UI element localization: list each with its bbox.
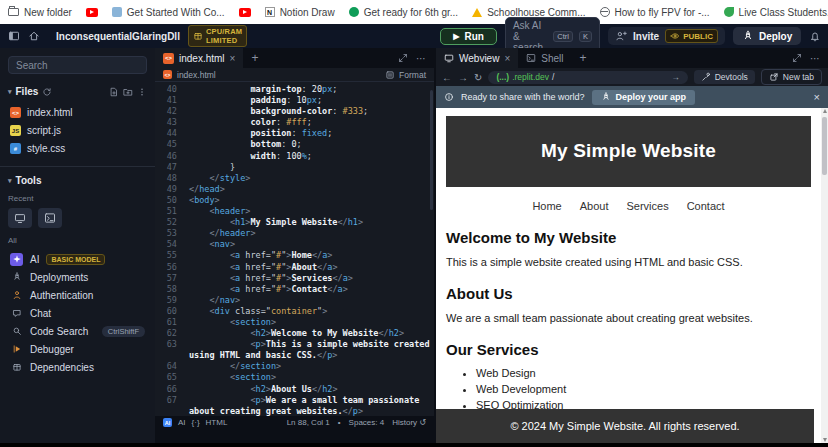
reload-icon[interactable]: ↻	[474, 72, 482, 83]
new-tab-button[interactable]: +	[243, 51, 266, 65]
webview-nav-bar: ← → ↻ (...) .replit.dev / → Devtools New…	[436, 68, 828, 86]
tab-webview[interactable]: Webview ×	[436, 48, 518, 68]
history-button[interactable]: History ↺	[392, 418, 426, 427]
line-number: 62	[155, 328, 177, 339]
tool-item-chat[interactable]: Chat	[8, 304, 147, 322]
close-banner-icon[interactable]: ×	[814, 91, 820, 103]
new-file-icon[interactable]	[109, 87, 119, 97]
scroll-down-arrow-icon[interactable]	[823, 438, 827, 442]
file-item-index-html[interactable]: <>index.html	[8, 105, 147, 120]
cursor-position[interactable]: Ln 88, Col 1	[287, 418, 330, 427]
close-tab-icon[interactable]: ×	[504, 53, 510, 64]
sync-icon	[42, 87, 52, 97]
external-link-icon	[769, 72, 779, 82]
code-editor[interactable]: 4041424344454647484950515253545556575859…	[155, 82, 434, 416]
tool-item-debugger[interactable]: Debugger	[8, 340, 147, 358]
code-line: <p>This is a simple website created	[189, 339, 434, 350]
format-button[interactable]: Format	[399, 70, 426, 80]
line-number: 50	[155, 195, 177, 206]
deploy-button[interactable]: Deploy	[733, 27, 801, 45]
package-icon	[10, 361, 23, 374]
go-icon[interactable]: →	[671, 72, 680, 82]
preview-services-heading: Our Services	[446, 341, 811, 358]
new-tab-button[interactable]: +	[571, 51, 594, 65]
editor-scrollbar[interactable]	[430, 90, 433, 210]
line-number: 63	[155, 339, 177, 350]
preview-about-text: We are a small team passionate about cre…	[446, 312, 811, 324]
code-line: <a href="#">Home</a>	[189, 250, 434, 261]
pane-menu-icon[interactable]: ⋯	[810, 53, 820, 64]
line-number: 41	[155, 95, 177, 106]
webview-tab-bar: Webview × Shell + ⋯	[436, 48, 828, 68]
tool-item-authentication[interactable]: Authentication	[8, 286, 147, 304]
code-lines: margin-top: 20px; padding: 10px; backgro…	[185, 82, 434, 416]
line-number: 48	[155, 173, 177, 184]
tool-item-ai[interactable]: AIBASIC MODEL	[8, 250, 147, 268]
notifications-icon[interactable]	[809, 30, 821, 42]
pane-menu-icon[interactable]: ⋯	[416, 53, 426, 64]
close-tab-icon[interactable]: ×	[230, 53, 236, 64]
preview-nav-link-services[interactable]: Services	[626, 200, 668, 212]
bookmark-label: Get ready for 6th gr...	[364, 7, 459, 18]
invite-group: Invite PUBLIC	[608, 27, 725, 45]
spaces-setting[interactable]: Spaces: 4	[349, 418, 385, 427]
scroll-up-arrow-icon[interactable]	[823, 109, 827, 113]
preview-scrollbar[interactable]	[821, 108, 828, 443]
tools-section-header[interactable]: ▾ Tools	[8, 175, 147, 186]
forward-icon[interactable]: →	[458, 72, 468, 83]
bookmark-item[interactable]: NNotion Draw	[265, 7, 335, 18]
bookmark-item[interactable]	[86, 8, 98, 17]
home-icon[interactable]	[28, 30, 40, 42]
code-line: <h2>About Us</h2>	[189, 384, 434, 395]
files-section-header[interactable]: ▾ Files	[8, 86, 147, 97]
sidebar-toggle-icon[interactable]	[8, 30, 20, 42]
file-search-input[interactable]: Search	[8, 56, 147, 74]
left-sidebar: Search ▾ Files <>index.htmlJSscript.js#s…	[0, 48, 155, 443]
ai-status-label[interactable]: AI	[178, 418, 186, 427]
preview-nav-link-contact[interactable]: Contact	[687, 200, 725, 212]
visibility-badge[interactable]: PUBLIC	[665, 29, 718, 43]
back-icon[interactable]: ←	[442, 72, 452, 83]
scrollbar-thumb[interactable]	[822, 117, 827, 175]
code-line: <h2>Welcome to My Website</h2>	[189, 328, 434, 339]
files-menu-icon[interactable]	[137, 87, 147, 97]
run-button[interactable]: ▶ Run	[440, 28, 497, 45]
tab-index-html[interactable]: <> index.html ×	[155, 48, 243, 68]
playbar-icon	[10, 343, 23, 356]
recent-monitor-button[interactable]	[8, 208, 32, 228]
tool-item-deployments[interactable]: Deployments	[8, 268, 147, 286]
preview-nav-link-about[interactable]: About	[580, 200, 609, 212]
recent-shell-button[interactable]	[38, 208, 62, 228]
bookmark-item[interactable]: Get Started With Co...	[112, 7, 225, 18]
file-item-style-css[interactable]: #style.css	[8, 141, 147, 156]
devtools-button[interactable]: Devtools	[694, 70, 755, 84]
code-line: <h1>My Simple Website</h1>	[189, 217, 434, 228]
tool-label: Deployments	[30, 272, 88, 283]
language-label[interactable]: HTML	[206, 418, 228, 427]
invite-button[interactable]: Invite	[633, 31, 659, 42]
bookmark-item[interactable]: New folder	[8, 7, 72, 18]
expand-pane-icon[interactable]	[792, 53, 802, 63]
deploy-your-app-button[interactable]: Deploy your app	[592, 90, 696, 105]
preview-site-header: My Simple Website	[446, 116, 811, 187]
tool-item-dependencies[interactable]: Dependencies	[8, 358, 147, 376]
person-icon	[10, 289, 23, 302]
expand-pane-icon[interactable]	[398, 53, 408, 63]
file-item-script-js[interactable]: JSscript.js	[8, 123, 147, 138]
preview-nav-link-home[interactable]: Home	[532, 200, 561, 212]
preview-welcome-text: This is a simple website created using H…	[446, 256, 811, 268]
url-bar[interactable]: (...) .replit.dev / →	[488, 71, 687, 84]
code-line: position: fixed;	[189, 128, 434, 139]
editor-tab-bar: <> index.html × + ⋯	[155, 48, 434, 68]
wrench-icon	[701, 72, 711, 82]
resource-badge[interactable]: CPU/RAM LIMITED	[188, 25, 247, 47]
preview-nav: HomeAboutServicesContact	[446, 200, 811, 212]
line-number: 65	[155, 372, 177, 383]
tab-shell[interactable]: Shell	[518, 48, 571, 68]
new-tab-button[interactable]: New tab	[761, 69, 822, 85]
bookmark-item[interactable]	[239, 8, 251, 17]
bookmark-item[interactable]: Get ready for 6th gr...	[349, 7, 459, 18]
new-folder-icon[interactable]	[123, 87, 133, 97]
tool-item-code-search[interactable]: Code SearchCtrlShiftF	[8, 322, 147, 340]
project-name[interactable]: InconsequentialGlaringDll	[56, 31, 180, 42]
